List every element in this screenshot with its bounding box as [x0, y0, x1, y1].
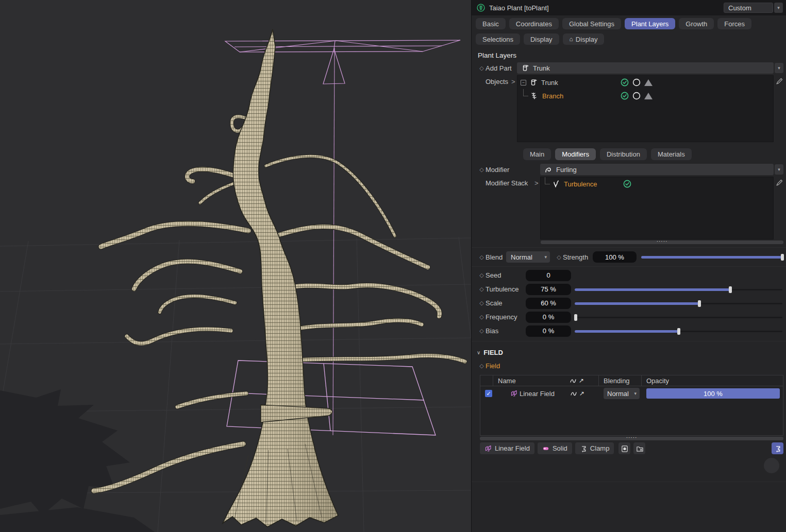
scale-slider[interactable] — [575, 298, 782, 309]
direction-arrow-icon[interactable]: ↗ — [579, 377, 584, 384]
mesh-triangle-icon[interactable] — [644, 79, 653, 86]
remap-curve-icon[interactable] — [570, 390, 577, 397]
field-plane-wireframe — [227, 361, 436, 435]
field-table-row[interactable]: ✓ Linear Field ↗ Normal ▾ — [480, 386, 783, 401]
key-diamond-icon[interactable]: ◇ — [478, 254, 486, 261]
tree-indent-line — [523, 89, 528, 96]
mesh-triangle-icon[interactable] — [644, 93, 653, 99]
key-diamond-icon[interactable]: ◇ — [478, 300, 486, 306]
field-list-table: Name ↗ Blending Opacity ✓ Linear Field — [480, 375, 783, 436]
add-part-dropdown-button[interactable]: ▾ — [775, 63, 783, 73]
chevron-down-icon: ▾ — [777, 5, 780, 10]
key-diamond-icon[interactable]: ◇ — [478, 65, 486, 72]
linear-field-icon — [484, 445, 492, 452]
chevron-down-icon: ▾ — [778, 65, 780, 71]
part-name[interactable]: Trunk — [541, 79, 558, 87]
frequency-value-field[interactable]: 0 % — [526, 312, 571, 323]
modifier-dropdown[interactable]: Furling — [540, 164, 774, 175]
field-blending-dropdown[interactable]: Normal ▾ — [604, 388, 640, 399]
field-name[interactable]: Linear Field — [520, 390, 555, 398]
tab-growth[interactable]: Growth — [679, 18, 714, 29]
edit-pencil-icon[interactable] — [775, 77, 783, 85]
enabled-check-icon[interactable] — [621, 78, 629, 87]
tab-basic[interactable]: Basic — [476, 18, 506, 29]
field-table-header: Name ↗ Blending Opacity — [480, 375, 783, 386]
plant-parts-list[interactable]: − Trunk Branch — [517, 75, 774, 142]
bias-value-field[interactable]: 0 % — [526, 325, 571, 337]
seed-label: Seed — [486, 271, 526, 279]
key-diamond-icon[interactable]: ◇ — [478, 363, 486, 369]
list-item-trunk[interactable]: − Trunk — [517, 76, 773, 89]
part-name[interactable]: Branch — [542, 92, 563, 100]
key-diamond-icon[interactable]: ◇ — [478, 272, 486, 279]
stack-resize-handle[interactable]: ····· — [541, 241, 783, 244]
enabled-check-icon[interactable] — [623, 180, 631, 188]
preset-dropdown-button[interactable]: ▾ — [774, 3, 783, 13]
turbulence-slider[interactable] — [575, 284, 782, 295]
preset-select[interactable]: Custom — [724, 3, 773, 13]
object-title-bar: Taiao Plant [toPlant] Custom ▾ — [472, 0, 786, 15]
scale-value-field[interactable]: 60 % — [526, 298, 571, 309]
tab-forces[interactable]: Forces — [717, 18, 751, 29]
field-opacity-bar[interactable]: 100 % — [646, 388, 780, 399]
direction-arrow-icon[interactable]: ↗ — [579, 390, 584, 397]
remap-curve-icon[interactable] — [570, 377, 577, 384]
modifier-dropdown-button[interactable]: ▾ — [775, 164, 783, 175]
add-part-dropdown[interactable]: Trunk — [517, 62, 774, 74]
visibility-circle-icon[interactable] — [632, 78, 641, 87]
turbulence-value-field[interactable]: 75 % — [526, 284, 571, 295]
modifier-stack-list[interactable]: Turbulence — [540, 177, 774, 239]
bias-slider[interactable] — [575, 325, 782, 337]
clamp-mode-toggle-button[interactable] — [772, 442, 783, 454]
tab-selections[interactable]: Selections — [476, 33, 520, 45]
key-diamond-icon[interactable]: ◇ — [478, 314, 486, 320]
drag-dots-icon: ····· — [626, 435, 638, 440]
key-diamond-icon[interactable]: ◇ — [478, 286, 486, 293]
object-title: Taiao Plant [toPlant] — [489, 4, 724, 12]
objects-expand-chevron[interactable]: > — [511, 75, 517, 85]
tab-display[interactable]: Display — [524, 33, 559, 45]
add-solid-button[interactable]: Solid — [538, 442, 572, 454]
clamp-icon — [774, 445, 781, 452]
field-table-resize-handle[interactable]: ····· — [480, 437, 783, 440]
subtab-distribution[interactable]: Distribution — [600, 148, 647, 160]
seed-value-field[interactable]: 0 — [526, 270, 571, 281]
list-item-branch[interactable]: Branch — [517, 89, 773, 102]
new-folder-button[interactable] — [633, 442, 645, 454]
strength-slider[interactable] — [641, 251, 782, 263]
key-diamond-icon[interactable]: ◇ — [478, 328, 486, 334]
add-linear-field-button[interactable]: Linear Field — [480, 442, 534, 454]
key-diamond-icon[interactable]: ◇ — [555, 254, 563, 261]
visibility-circle-icon[interactable] — [632, 92, 641, 100]
frequency-slider[interactable] — [575, 312, 782, 323]
field-section-header[interactable]: ∨ FIELD — [472, 341, 786, 356]
strength-value-field[interactable]: 100 % — [593, 251, 637, 263]
tab-coordinates[interactable]: Coordinates — [509, 18, 559, 29]
collapse-expander-icon[interactable]: − — [521, 80, 526, 85]
subtab-modifiers[interactable]: Modifiers — [555, 148, 596, 160]
stack-expand-chevron[interactable]: > — [534, 177, 540, 187]
subtab-main[interactable]: Main — [523, 148, 551, 160]
key-diamond-icon[interactable]: ◇ — [478, 166, 486, 173]
list-item-turbulence[interactable]: Turbulence — [541, 177, 773, 191]
main-tab-row-2: Selections Display ⌂ Display — [472, 29, 786, 45]
enabled-check-icon[interactable] — [621, 92, 629, 100]
chevron-down-icon: ▾ — [634, 391, 637, 396]
edit-pencil-icon[interactable] — [775, 179, 783, 187]
name-column-header: Name — [498, 377, 516, 385]
modifier-label: Modifier — [486, 166, 540, 174]
tab-plant-layers[interactable]: Plant Layers — [625, 18, 675, 29]
chevron-down-icon: ▾ — [544, 254, 547, 260]
strength-label: Strength — [563, 253, 593, 261]
modifier-name[interactable]: Turbulence — [564, 180, 597, 188]
tab-display-hn[interactable]: ⌂ Display — [563, 33, 605, 45]
tab-global-settings[interactable]: Global Settings — [562, 18, 621, 29]
subtab-materials[interactable]: Materials — [651, 148, 692, 160]
trunk-icon — [529, 78, 538, 87]
field-enabled-checkbox[interactable]: ✓ — [485, 390, 492, 397]
viewport-3d[interactable] — [0, 0, 471, 532]
layer-mask-button[interactable] — [618, 442, 630, 454]
blend-dropdown[interactable]: Normal ▾ — [506, 251, 550, 263]
modifier-value: Furling — [556, 166, 577, 174]
add-clamp-button[interactable]: Clamp — [575, 442, 614, 454]
